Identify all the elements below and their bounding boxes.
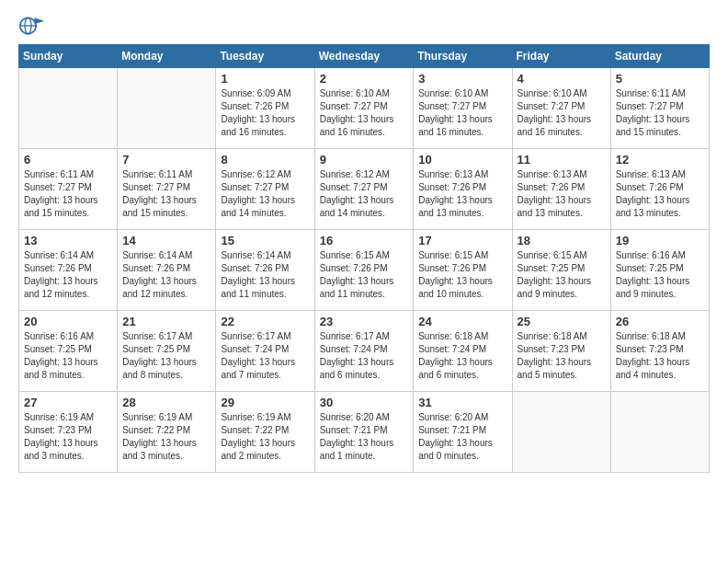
calendar-cell: 21Sunrise: 6:17 AM Sunset: 7:25 PM Dayli… [118,311,216,392]
day-detail: Sunrise: 6:12 AM Sunset: 7:27 PM Dayligh… [320,168,409,220]
day-number: 10 [418,153,506,167]
day-number: 28 [122,396,210,409]
day-number: 18 [518,234,606,247]
day-number: 27 [24,396,112,409]
day-detail: Sunrise: 6:11 AM Sunset: 7:27 PM Dayligh… [616,87,704,139]
day-number: 22 [221,315,309,328]
day-number: 13 [24,234,112,247]
calendar-cell: 27Sunrise: 6:19 AM Sunset: 7:23 PM Dayli… [19,392,118,473]
weekday-header-sunday: Sunday [19,45,118,68]
calendar-cell: 15Sunrise: 6:14 AM Sunset: 7:26 PM Dayli… [216,230,314,311]
calendar-cell: 8Sunrise: 6:12 AM Sunset: 7:27 PM Daylig… [216,149,314,230]
day-number: 8 [221,153,309,167]
day-number: 4 [518,72,606,86]
calendar-cell: 22Sunrise: 6:17 AM Sunset: 7:24 PM Dayli… [216,311,314,392]
day-number: 30 [320,396,409,409]
calendar-cell [19,68,118,149]
calendar-cell: 4Sunrise: 6:10 AM Sunset: 7:27 PM Daylig… [512,68,610,149]
calendar-cell: 17Sunrise: 6:15 AM Sunset: 7:26 PM Dayli… [414,230,512,311]
calendar-cell: 14Sunrise: 6:14 AM Sunset: 7:26 PM Dayli… [118,230,216,311]
day-detail: Sunrise: 6:17 AM Sunset: 7:24 PM Dayligh… [320,330,409,382]
calendar-cell: 10Sunrise: 6:13 AM Sunset: 7:26 PM Dayli… [414,149,512,230]
day-detail: Sunrise: 6:17 AM Sunset: 7:25 PM Dayligh… [122,330,210,382]
weekday-header-wednesday: Wednesday [314,45,414,68]
day-number: 16 [320,234,409,247]
day-number: 25 [518,315,606,328]
weekday-header-row: SundayMondayTuesdayWednesdayThursdayFrid… [19,45,710,68]
day-detail: Sunrise: 6:10 AM Sunset: 7:27 PM Dayligh… [320,87,409,139]
day-number: 9 [320,153,409,167]
calendar-cell: 11Sunrise: 6:13 AM Sunset: 7:26 PM Dayli… [512,149,610,230]
day-detail: Sunrise: 6:18 AM Sunset: 7:23 PM Dayligh… [518,330,606,382]
day-detail: Sunrise: 6:11 AM Sunset: 7:27 PM Dayligh… [122,168,210,220]
calendar-cell: 25Sunrise: 6:18 AM Sunset: 7:23 PM Dayli… [512,311,610,392]
day-number: 14 [122,234,210,247]
day-number: 31 [418,396,506,409]
page-header [18,9,710,39]
day-number: 3 [418,72,506,86]
day-number: 5 [616,72,704,86]
calendar-cell: 26Sunrise: 6:18 AM Sunset: 7:23 PM Dayli… [610,311,709,392]
day-detail: Sunrise: 6:10 AM Sunset: 7:27 PM Dayligh… [518,87,606,139]
calendar-cell: 3Sunrise: 6:10 AM Sunset: 7:27 PM Daylig… [414,68,512,149]
day-detail: Sunrise: 6:18 AM Sunset: 7:23 PM Dayligh… [616,330,704,382]
calendar-cell: 12Sunrise: 6:13 AM Sunset: 7:26 PM Dayli… [610,149,709,230]
day-number: 15 [221,234,309,247]
calendar-table: SundayMondayTuesdayWednesdayThursdayFrid… [18,44,710,473]
calendar-cell: 19Sunrise: 6:16 AM Sunset: 7:25 PM Dayli… [610,230,709,311]
day-detail: Sunrise: 6:12 AM Sunset: 7:27 PM Dayligh… [221,168,309,220]
weekday-header-friday: Friday [512,45,610,68]
day-detail: Sunrise: 6:13 AM Sunset: 7:26 PM Dayligh… [518,168,606,220]
calendar-cell: 7Sunrise: 6:11 AM Sunset: 7:27 PM Daylig… [118,149,216,230]
weekday-header-monday: Monday [118,45,216,68]
day-detail: Sunrise: 6:17 AM Sunset: 7:24 PM Dayligh… [221,330,309,382]
calendar-week-row: 20Sunrise: 6:16 AM Sunset: 7:25 PM Dayli… [19,311,710,392]
day-number: 29 [221,396,309,409]
calendar-cell: 29Sunrise: 6:19 AM Sunset: 7:22 PM Dayli… [216,392,314,473]
calendar-cell: 23Sunrise: 6:17 AM Sunset: 7:24 PM Dayli… [314,311,414,392]
calendar-cell: 20Sunrise: 6:16 AM Sunset: 7:25 PM Dayli… [19,311,118,392]
day-number: 2 [320,72,409,86]
day-detail: Sunrise: 6:14 AM Sunset: 7:26 PM Dayligh… [24,249,112,301]
day-detail: Sunrise: 6:13 AM Sunset: 7:26 PM Dayligh… [616,168,704,220]
day-detail: Sunrise: 6:10 AM Sunset: 7:27 PM Dayligh… [418,87,506,139]
day-detail: Sunrise: 6:13 AM Sunset: 7:26 PM Dayligh… [418,168,506,220]
calendar-cell: 28Sunrise: 6:19 AM Sunset: 7:22 PM Dayli… [118,392,216,473]
day-detail: Sunrise: 6:19 AM Sunset: 7:22 PM Dayligh… [122,411,210,463]
day-number: 6 [24,153,112,167]
calendar-week-row: 13Sunrise: 6:14 AM Sunset: 7:26 PM Dayli… [19,230,710,311]
day-detail: Sunrise: 6:11 AM Sunset: 7:27 PM Dayligh… [24,168,112,220]
day-detail: Sunrise: 6:20 AM Sunset: 7:21 PM Dayligh… [418,411,506,463]
calendar-cell: 9Sunrise: 6:12 AM Sunset: 7:27 PM Daylig… [314,149,414,230]
day-number: 21 [122,315,210,328]
day-detail: Sunrise: 6:15 AM Sunset: 7:25 PM Dayligh… [518,249,606,301]
calendar-week-row: 6Sunrise: 6:11 AM Sunset: 7:27 PM Daylig… [19,149,710,230]
day-number: 7 [122,153,210,167]
calendar-cell: 16Sunrise: 6:15 AM Sunset: 7:26 PM Dayli… [314,230,414,311]
day-detail: Sunrise: 6:14 AM Sunset: 7:26 PM Dayligh… [221,249,309,301]
calendar-week-row: 27Sunrise: 6:19 AM Sunset: 7:23 PM Dayli… [19,392,710,473]
day-number: 12 [616,153,704,167]
calendar-cell: 1Sunrise: 6:09 AM Sunset: 7:26 PM Daylig… [216,68,314,149]
day-number: 23 [320,315,409,328]
day-detail: Sunrise: 6:15 AM Sunset: 7:26 PM Dayligh… [418,249,506,301]
calendar-cell: 13Sunrise: 6:14 AM Sunset: 7:26 PM Dayli… [19,230,118,311]
logo-icon [18,13,44,39]
day-detail: Sunrise: 6:18 AM Sunset: 7:24 PM Dayligh… [418,330,506,382]
calendar-cell [512,392,610,473]
calendar-cell [610,392,709,473]
day-number: 17 [418,234,506,247]
calendar-week-row: 1Sunrise: 6:09 AM Sunset: 7:26 PM Daylig… [19,68,710,149]
calendar-cell [118,68,216,149]
day-number: 11 [518,153,606,167]
calendar-cell: 5Sunrise: 6:11 AM Sunset: 7:27 PM Daylig… [610,68,709,149]
day-number: 24 [418,315,506,328]
weekday-header-tuesday: Tuesday [216,45,314,68]
calendar-cell: 18Sunrise: 6:15 AM Sunset: 7:25 PM Dayli… [512,230,610,311]
weekday-header-saturday: Saturday [610,45,709,68]
calendar-cell: 6Sunrise: 6:11 AM Sunset: 7:27 PM Daylig… [19,149,118,230]
day-detail: Sunrise: 6:19 AM Sunset: 7:23 PM Dayligh… [24,411,112,463]
day-number: 19 [616,234,704,247]
day-detail: Sunrise: 6:19 AM Sunset: 7:22 PM Dayligh… [221,411,309,463]
day-detail: Sunrise: 6:16 AM Sunset: 7:25 PM Dayligh… [616,249,704,301]
